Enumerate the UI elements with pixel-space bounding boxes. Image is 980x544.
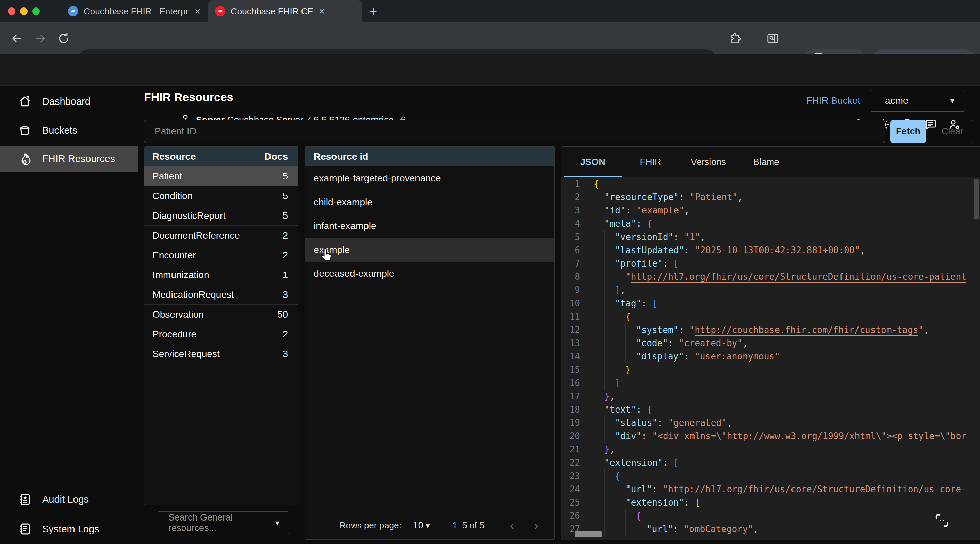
tab-title: Couchbase FHIR - Enterprise — [84, 6, 189, 17]
side-panel-search-icon[interactable] — [766, 32, 779, 45]
resource-doc-count: 5 — [282, 171, 298, 182]
bucket-select[interactable]: acme ▾ — [870, 90, 965, 112]
code-line: 12"system": "http://couchbase.fhir.com/f… — [561, 324, 980, 337]
rows-per-page-label: Rows per page: — [340, 520, 401, 531]
search-general-resources-select[interactable]: Search General resources... ▾ — [156, 511, 289, 534]
resource-doc-count: 2 — [282, 230, 298, 241]
resource-doc-count: 3 — [282, 349, 298, 359]
tab-close-icon[interactable]: × — [195, 6, 201, 16]
tab-json[interactable]: JSON — [564, 147, 622, 177]
table-row[interactable]: MedicationRequest 3 — [144, 285, 298, 304]
list-item[interactable]: infant-example — [305, 214, 554, 238]
code-line: 9], — [561, 284, 980, 297]
sidebar-item-dashboard[interactable]: Dashboard — [0, 89, 138, 114]
search-placeholder: Search General resources... — [169, 512, 275, 533]
sidebar-item-fhir-resources[interactable]: FHIR Resources — [0, 146, 138, 172]
table-row[interactable]: Procedure 2 — [144, 324, 298, 344]
code-line: 4"meta": { — [561, 217, 980, 230]
resource-doc-count: 2 — [282, 250, 298, 261]
resource-id-value: infant-example — [314, 220, 376, 231]
code-line: 7"profile": [ — [561, 257, 980, 270]
list-item[interactable]: deceased-example — [305, 262, 554, 285]
browser-tab-active[interactable]: Couchbase FHIR CE × — [208, 0, 362, 22]
code-line: 6"lastUpdated": "2025-10-13T00:42:32.881… — [561, 244, 980, 257]
browser-toolbar: localhost/fhir-resources Work Relaunch t… — [0, 22, 980, 54]
browser-tab-strip: Couchbase FHIR - Enterprise × Couchbase … — [0, 0, 980, 22]
resource-name: Immunization — [144, 270, 282, 281]
sidebar-item-buckets[interactable]: Buckets — [0, 118, 138, 143]
fhir-bucket-link[interactable]: FHIR Bucket — [803, 95, 860, 106]
resource-name: Encounter — [144, 250, 282, 261]
screen: Couchbase FHIR - Enterprise × Couchbase … — [0, 0, 980, 544]
fetch-button[interactable]: Fetch — [890, 120, 926, 143]
forward-icon[interactable] — [34, 32, 47, 45]
rows-per-page-select[interactable]: 10 ▾ — [413, 520, 430, 531]
tab-fhir[interactable]: FHIR — [622, 147, 679, 177]
pagination-bar: Rows per page: 10 ▾ 1–5 of 5 ‹ › — [305, 511, 554, 539]
next-page-button[interactable]: › — [528, 518, 543, 533]
column-resource-id: Resource id — [305, 151, 368, 162]
list-item[interactable]: example — [305, 238, 554, 262]
chevron-down-icon: ▾ — [950, 96, 955, 105]
back-icon[interactable] — [10, 32, 23, 45]
json-viewer-panel: JSON FHIR Versions Blame 1{2"resourceTyp… — [561, 147, 980, 539]
previous-page-button[interactable]: ‹ — [504, 518, 520, 533]
resource-doc-count: 5 — [282, 211, 298, 221]
sidebar: Dashboard Buckets FHIR Resources Audit L… — [0, 86, 138, 544]
code-line: 3"id": "example", — [561, 204, 980, 217]
system-log-icon — [18, 522, 32, 536]
tab-close-icon[interactable]: × — [319, 6, 325, 16]
code-line: 16] — [561, 376, 980, 390]
tab-blame[interactable]: Blame — [737, 147, 795, 177]
bucket-select-value: acme — [885, 95, 908, 106]
table-row[interactable]: DiagnosticReport 5 — [144, 206, 298, 225]
code-line: 21}, — [561, 443, 980, 456]
code-line: 17}, — [561, 390, 980, 403]
chevron-down-icon: ▾ — [426, 521, 430, 530]
tab-versions[interactable]: Versions — [679, 147, 737, 177]
viewer-tabs: JSON FHIR Versions Blame — [564, 147, 795, 177]
mac-close-button[interactable] — [8, 8, 15, 15]
resource-name: Procedure — [144, 329, 282, 340]
table-row[interactable]: Patient 5 — [144, 166, 298, 186]
code-line: 2"resourceType": "Patient", — [561, 191, 980, 204]
home-icon — [18, 94, 32, 108]
table-row[interactable]: ServiceRequest 3 — [144, 344, 298, 364]
new-tab-button[interactable]: + — [369, 4, 377, 19]
list-item[interactable]: example-targeted-provenance — [305, 166, 554, 190]
resource-name: MedicationRequest — [144, 289, 282, 300]
horizontal-scrollbar[interactable] — [575, 531, 602, 537]
extensions-icon[interactable] — [729, 32, 742, 45]
table-row[interactable]: Observation 50 — [144, 304, 298, 324]
mac-minimize-button[interactable] — [20, 8, 27, 15]
list-item[interactable]: child-example — [305, 190, 554, 214]
browser-tab-inactive[interactable]: Couchbase FHIR - Enterprise × — [61, 0, 208, 22]
page-title: FHIR Resources — [144, 91, 234, 104]
table-row[interactable]: Encounter 2 — [144, 245, 298, 265]
resource-id-value: example-targeted-provenance — [314, 173, 441, 184]
code-line: 26{ — [561, 509, 980, 523]
patient-id-input[interactable]: Patient ID — [144, 120, 885, 143]
resource-doc-count: 3 — [282, 289, 298, 300]
clear-button[interactable]: Clear — [932, 120, 973, 143]
table-row[interactable]: Immunization 1 — [144, 265, 298, 285]
sidebar-item-system-logs[interactable]: System Logs — [0, 517, 138, 541]
mac-zoom-button[interactable] — [32, 8, 40, 15]
table-row[interactable]: DocumentReference 2 — [144, 225, 298, 245]
code-line: 11{ — [561, 310, 980, 324]
code-line: 25"extension": [ — [561, 496, 980, 509]
sidebar-item-label: Dashboard — [42, 96, 91, 107]
sidebar-item-audit-logs[interactable]: Audit Logs — [0, 488, 138, 511]
bucket-icon — [18, 123, 32, 137]
screencast-icon — [933, 512, 951, 530]
resource-doc-count: 50 — [277, 309, 298, 320]
flame-outline-icon — [18, 152, 32, 166]
sidebar-item-label: Buckets — [42, 125, 77, 136]
code-line: 1{ — [561, 177, 980, 191]
vertical-scrollbar[interactable] — [974, 179, 979, 219]
code-line: 8"http://hl7.org/fhir/us/core/StructureD… — [561, 270, 980, 284]
sidebar-item-label: System Logs — [42, 523, 99, 535]
resource-name: DocumentReference — [144, 230, 282, 241]
reload-icon[interactable] — [57, 32, 70, 45]
table-row[interactable]: Condition 5 — [144, 186, 298, 206]
